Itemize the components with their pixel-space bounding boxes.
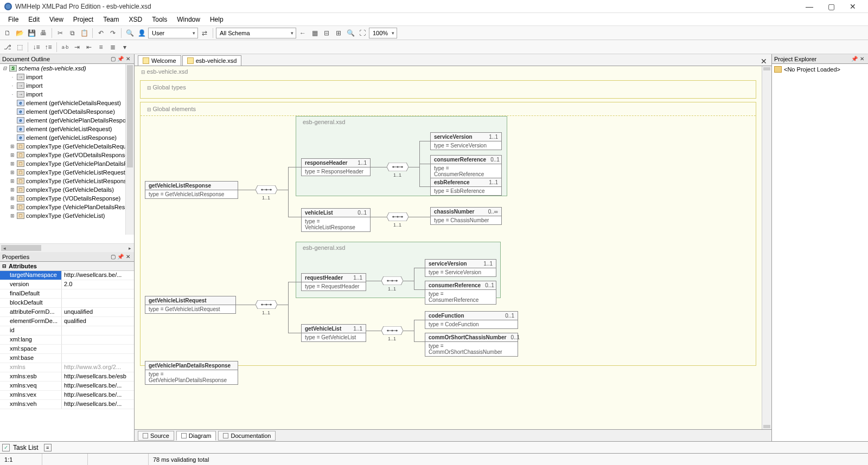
- node-vehiclelist[interactable]: vehicleList0..1 type = VehicleListRespon…: [301, 208, 371, 232]
- node-serviceversion[interactable]: serviceVersion1..1 type = ServiceVersion: [430, 132, 502, 150]
- outline-item[interactable]: ⊞□complexType (GetVehicleListRequest): [0, 168, 134, 177]
- zoom-combo[interactable]: 100%: [369, 28, 397, 38]
- node-serviceversion-2[interactable]: serviceVersion1..1 type = ServiceVersion: [425, 259, 496, 277]
- node-esbreference[interactable]: esbReference1..1 type = EsbReference: [430, 178, 502, 196]
- undo-icon[interactable]: ↶: [95, 28, 106, 38]
- tool-b-icon[interactable]: ⬚: [14, 42, 25, 53]
- print-icon[interactable]: 🖶: [38, 28, 49, 38]
- menu-project[interactable]: Project: [68, 14, 98, 25]
- fit-icon[interactable]: ⛶: [357, 28, 368, 38]
- open-icon[interactable]: 📂: [14, 28, 25, 38]
- minimize-button[interactable]: —: [799, 0, 820, 13]
- outline-item[interactable]: eelement (getVehicleListRequest): [0, 125, 134, 133]
- diagram-canvas[interactable]: esb-vehicle.xsd Global types Global elem…: [135, 66, 762, 429]
- paste-icon[interactable]: 📋: [79, 28, 90, 38]
- properties-grid[interactable]: Attributes targetNamespacehttp://wesellc…: [0, 262, 134, 441]
- collapse-icon[interactable]: ⊟: [321, 28, 332, 38]
- sort-asc-icon[interactable]: ↓≡: [31, 42, 42, 53]
- node-consumerreference-2[interactable]: consumerReference0..1 type = ConsumerRef…: [425, 281, 496, 305]
- zoom-icon[interactable]: 🔍: [345, 28, 356, 38]
- outline-item[interactable]: eelement (getVehiclePlanDetailsRespons: [0, 116, 134, 125]
- tool-a-icon[interactable]: ⎇: [2, 42, 13, 53]
- tasklist-check-icon[interactable]: ✓: [2, 444, 10, 451]
- property-row[interactable]: xmlns:esbhttp://wesellcars.be/esb: [0, 372, 134, 382]
- outline-item[interactable]: ⊞□complexType (GetVehicleDetails): [0, 185, 134, 194]
- property-row[interactable]: xmlns:vexhttp://wesellcars.be/...: [0, 391, 134, 400]
- node-consumerreference[interactable]: consumerReference0..1 type = ConsumerRef…: [430, 155, 502, 179]
- props-close-icon[interactable]: ✕: [124, 253, 132, 261]
- tasklist-list-icon[interactable]: ≡: [44, 444, 52, 451]
- property-row[interactable]: xml:base: [0, 354, 134, 363]
- find-icon[interactable]: 🔍: [124, 28, 135, 38]
- nav-back-icon[interactable]: ←: [297, 28, 308, 38]
- outline-close-icon[interactable]: ✕: [124, 55, 132, 63]
- cut-icon[interactable]: ✂: [55, 28, 66, 38]
- outline-pin-icon[interactable]: 📌: [117, 55, 124, 63]
- save-icon[interactable]: 💾: [26, 28, 37, 38]
- menu-file[interactable]: File: [3, 14, 23, 25]
- close-button[interactable]: ✕: [842, 0, 864, 13]
- outline-item[interactable]: ⊞□complexType (VODetailsResponse): [0, 194, 134, 203]
- user-combo[interactable]: User: [148, 28, 198, 38]
- outline-root[interactable]: schema (esb-vehicle.xsd): [18, 65, 86, 72]
- align-center-icon[interactable]: ≣: [107, 42, 118, 53]
- property-row[interactable]: attributeFormD...unqualified: [0, 308, 134, 317]
- node-requestheader[interactable]: requestHeader1..1 type = RequestHeader: [301, 273, 366, 291]
- node-getvehicleplandetails[interactable]: getVehiclePlanDetailsResponse type = Get…: [145, 361, 238, 385]
- outline-scrollbar-h[interactable]: ◂▸: [0, 243, 134, 252]
- property-row[interactable]: xml:space: [0, 345, 134, 354]
- more-icon[interactable]: ▾: [119, 42, 130, 53]
- expand-icon[interactable]: ⊞: [333, 28, 344, 38]
- props-section[interactable]: Attributes: [0, 262, 134, 271]
- property-row[interactable]: xml:lang: [0, 335, 134, 345]
- node-codefunction[interactable]: codeFunction0..1 type = CodeFunction: [425, 311, 518, 329]
- projexp-close-icon[interactable]: ✕: [858, 55, 866, 63]
- node-getvehiclelistresponse[interactable]: getVehicleListResponse type = GetVehicle…: [145, 181, 238, 199]
- property-row[interactable]: blockDefault: [0, 299, 134, 308]
- tab-source[interactable]: Source: [138, 431, 174, 441]
- property-row[interactable]: elementFormDe...qualified: [0, 317, 134, 326]
- outline-item[interactable]: ⊞□complexType (VehiclePlanDetailsRespo: [0, 203, 134, 211]
- menu-xsd[interactable]: XSD: [124, 14, 148, 25]
- indent-icon[interactable]: ⇥: [72, 42, 82, 53]
- menu-help[interactable]: Help: [205, 14, 228, 25]
- property-row[interactable]: xmlnshttp://www.w3.org/2...: [0, 363, 134, 372]
- node-getvehiclelist[interactable]: getVehicleList1..1 type = GetVehicleList: [301, 324, 366, 342]
- tab-close-icon[interactable]: ✕: [756, 57, 771, 66]
- tab-welcome[interactable]: Welcome: [138, 55, 181, 66]
- maximize-button[interactable]: ▢: [820, 0, 842, 13]
- outline-item[interactable]: ·→import: [0, 73, 134, 81]
- node-getvehiclelistrequest[interactable]: getVehicleListRequest type = GetVehicleL…: [145, 296, 236, 314]
- tab-documentation[interactable]: Documentation: [218, 431, 276, 441]
- node-commorshortchassis[interactable]: commOrShortChassisNumber0..1 type = Comm…: [425, 333, 518, 357]
- property-row[interactable]: targetNamespacehttp://wesellcars.be/...: [0, 271, 134, 280]
- outline-item[interactable]: ⊞□complexType (GetVODetailsResponse): [0, 151, 134, 159]
- align-left-icon[interactable]: ≡: [95, 42, 106, 53]
- property-row[interactable]: id: [0, 326, 134, 335]
- outline-dock-icon[interactable]: ▢: [109, 55, 117, 63]
- sync-icon[interactable]: ⇄: [199, 28, 210, 38]
- outline-item[interactable]: eelement (getVehicleDetailsRequest): [0, 99, 134, 107]
- sort-desc-icon[interactable]: ↑≡: [43, 42, 54, 53]
- new-icon[interactable]: 🗋: [2, 28, 13, 38]
- section-global-types[interactable]: Global types: [141, 81, 756, 94]
- outline-item[interactable]: eelement (getVODetailsResponse): [0, 107, 134, 116]
- redo-icon[interactable]: ↷: [107, 28, 118, 38]
- outline-item[interactable]: ⊞□complexType (GetVehicleListResponse): [0, 177, 134, 185]
- node-chassisnumber[interactable]: chassisNumber0..∞ type = ChassisNumber: [430, 207, 502, 225]
- outline-item[interactable]: ·→import: [0, 90, 134, 99]
- property-row[interactable]: xmlns:vehhttp://wesellcars.be/...: [0, 400, 134, 409]
- menu-tools[interactable]: Tools: [147, 14, 172, 25]
- menu-team[interactable]: Team: [98, 14, 124, 25]
- grid-icon[interactable]: ▦: [309, 28, 320, 38]
- outline-tree[interactable]: ⊟ S schema (esb-vehicle.xsd) ·→import·→i…: [0, 64, 134, 243]
- property-row[interactable]: xmlns:veqhttp://wesellcars.be/...: [0, 382, 134, 391]
- menu-view[interactable]: View: [44, 14, 68, 25]
- outline-item[interactable]: ·→import: [0, 81, 134, 90]
- property-row[interactable]: version2.0: [0, 280, 134, 289]
- outline-item[interactable]: ⊞□complexType (GetVehicleDetailsReques: [0, 142, 134, 151]
- diagram-scrollbar-v[interactable]: [762, 66, 771, 429]
- outdent-icon[interactable]: ⇤: [84, 42, 94, 53]
- node-responseheader[interactable]: responseHeader1..1 type = ResponseHeader: [301, 158, 371, 176]
- tasklist-label[interactable]: Task List: [13, 444, 39, 451]
